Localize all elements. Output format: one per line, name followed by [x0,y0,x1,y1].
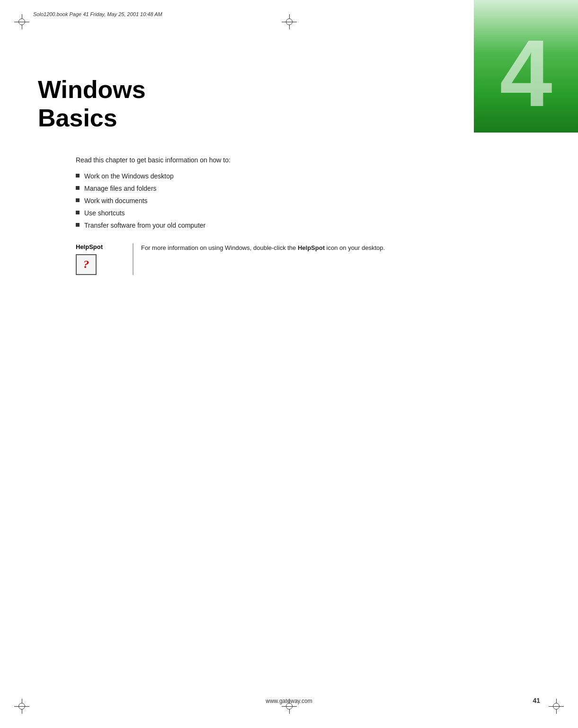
helpspot-text: For more information on using Windows, d… [141,243,385,253]
bullet-icon [76,198,80,202]
bullet-icon [76,174,80,178]
helpspot-text-part1: For more information on using Windows, d… [141,244,298,251]
footer-page-number: 41 [533,697,540,704]
chapter-number: 4 [474,0,578,133]
header-info: Solo1200.book Page 41 Friday, May 25, 20… [33,11,162,17]
crosshair-top-left [14,14,29,29]
list-item: Use shortcuts [76,209,464,217]
footer-url: www.gateway.com [266,698,312,704]
crosshair-top-mid [282,14,297,29]
bullet-text: Transfer software from your old computer [84,222,205,229]
bullet-icon [76,223,80,227]
bullet-text: Use shortcuts [84,209,125,217]
footer: www.gateway.com [0,698,578,704]
list-item: Transfer software from your old computer [76,222,464,229]
helpspot-left: HelpSpot ? [76,243,133,275]
chapter-title: Windows Basics [38,76,464,133]
helpspot-icon[interactable]: ? [76,254,97,275]
list-item: Work with documents [76,197,464,204]
bullet-icon [76,186,80,190]
helpspot-section: HelpSpot ? For more information on using… [76,243,464,275]
chapter-title-line1: Windows [38,76,146,103]
bullet-text: Manage files and folders [84,185,157,192]
helpspot-text-bold: HelpSpot [298,244,325,251]
list-item: Work on the Windows desktop [76,172,464,180]
bullet-icon [76,211,80,214]
intro-text: Read this chapter to get basic informati… [76,156,464,164]
bullet-text: Work with documents [84,197,148,204]
helpspot-label: HelpSpot [76,243,133,250]
chapter-title-line2: Basics [38,104,117,132]
list-item: Manage files and folders [76,185,464,192]
helpspot-divider [133,243,133,275]
main-content: Windows Basics Read this chapter to get … [38,76,464,275]
bullet-text: Work on the Windows desktop [84,172,174,180]
helpspot-text-part2: icon on your desktop. [325,244,385,251]
bullet-list: Work on the Windows desktop Manage files… [76,172,464,229]
